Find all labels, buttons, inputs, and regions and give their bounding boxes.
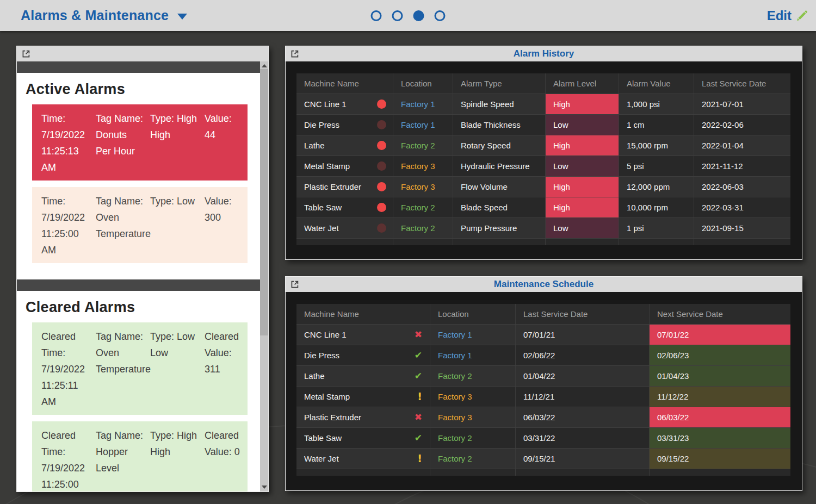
alarm-type-cell: Pump Pressure xyxy=(453,218,545,238)
alarm-history-row[interactable]: Table SawFactory 2Blade SpeedHigh10,000 … xyxy=(296,197,790,217)
machine-name: CNC Line 1 xyxy=(304,325,347,345)
empty-cell xyxy=(430,469,515,476)
page-dot-1[interactable] xyxy=(371,10,382,21)
alarm-active-indicator-icon xyxy=(377,141,386,150)
page-dot-4[interactable] xyxy=(435,10,446,21)
alarm-history-row[interactable]: CNC Line 1Factory 1Spindle SpeedHigh1,00… xyxy=(296,94,790,114)
column-header: Last Service Date xyxy=(694,73,790,94)
column-header: Machine Name xyxy=(296,73,393,94)
empty-cell xyxy=(393,239,453,245)
maintenance-row[interactable]: CNC Line 1✖Factory 107/01/2107/01/22 xyxy=(296,324,790,345)
last-service-date-cell: 01/04/22 xyxy=(515,366,649,386)
empty-cell xyxy=(296,469,430,476)
maintenance-schedule-title: Maintenance Schedule xyxy=(494,279,594,290)
active-alarms-heading: Active Alarms xyxy=(26,81,260,98)
next-service-date-cell: 09/15/22 xyxy=(649,449,790,469)
alarm-inactive-indicator-icon xyxy=(377,120,386,129)
alarm-value-cell: 10,000 rpm xyxy=(619,197,694,217)
empty-cell xyxy=(694,239,790,245)
alarm-field: Cleared Value: 0 xyxy=(205,427,245,491)
last-service-date-cell: 2022-02-06 xyxy=(694,115,790,135)
machine-name: Water Jet xyxy=(304,218,339,238)
maintenance-row[interactable]: Lathe✔Factory 201/04/2201/04/23 xyxy=(296,365,790,386)
alarm-field: Type: High High xyxy=(150,427,205,491)
open-in-window-icon[interactable] xyxy=(289,279,300,290)
alarm-history-titlebar: Alarm History xyxy=(286,46,802,61)
last-service-date-cell: 2022-01-04 xyxy=(694,135,790,155)
machine-name: Lathe xyxy=(304,366,325,386)
warning-icon: ! xyxy=(417,387,423,407)
machine-name-cell: CNC Line 1 xyxy=(296,94,393,114)
maintenance-row[interactable]: Table Saw✔Factory 203/31/2203/31/23 xyxy=(296,427,790,448)
machine-name: Water Jet xyxy=(304,449,339,469)
alarm-value-cell: 1 cm xyxy=(619,115,694,135)
location-cell: Factory 3 xyxy=(393,156,453,176)
open-in-window-icon[interactable] xyxy=(289,48,300,59)
vertical-scrollbar[interactable] xyxy=(260,61,268,491)
maintenance-schedule-titlebar: Maintenance Schedule xyxy=(286,277,802,292)
check-icon: ✔ xyxy=(415,366,423,386)
machine-name: Plastic Extruder xyxy=(304,177,361,197)
alarm-history-row[interactable]: Water JetFactory 2Pump PressureLow1 psi2… xyxy=(296,217,790,238)
alarm-value-cell: 1 psi xyxy=(619,218,694,238)
alarm-history-row[interactable]: LatheFactory 2Rotary SpeedHigh15,000 rpm… xyxy=(296,135,790,155)
page-dot-2[interactable] xyxy=(392,10,403,21)
alarms-widget-titlebar xyxy=(17,46,268,61)
alarm-history-row[interactable]: Die PressFactory 1Blade ThicknessLow1 cm… xyxy=(296,114,790,135)
cross-icon: ✖ xyxy=(415,407,423,427)
machine-name-cell: Lathe xyxy=(296,135,393,155)
alarm-field: Tag Name: Oven Temperature xyxy=(96,328,150,410)
active-alarm-card: Time: 7/19/2022 11:25:13 AMTag Name: Don… xyxy=(32,104,248,181)
alarm-active-indicator-icon xyxy=(377,182,386,191)
machine-name-cell: Die Press✔ xyxy=(296,345,430,365)
scroll-up-arrow-icon[interactable] xyxy=(262,64,267,67)
location-cell: Factory 2 xyxy=(430,366,515,386)
scroll-down-arrow-icon[interactable] xyxy=(262,486,267,489)
alarm-level-cell: High xyxy=(545,177,619,197)
maintenance-row[interactable]: Metal Stamp!Factory 311/12/2111/12/22 xyxy=(296,386,790,407)
location-cell: Factory 3 xyxy=(393,177,453,197)
alarm-history-row[interactable]: Plastic ExtruderFactory 3Flow VolumeHigh… xyxy=(296,176,790,197)
last-service-date-cell: 06/03/22 xyxy=(515,407,649,427)
warning-icon: ! xyxy=(417,449,423,469)
column-header: Next Service Date xyxy=(649,304,790,324)
last-service-date-cell: 2021-09-15 xyxy=(694,218,790,238)
maintenance-row[interactable]: Die Press✔Factory 102/06/2202/06/23 xyxy=(296,345,790,365)
machine-name-cell: CNC Line 1✖ xyxy=(296,325,430,345)
location-cell: Factory 2 xyxy=(430,428,515,448)
alarm-field: Cleared Time: 7/19/2022 11:25:11 AM xyxy=(41,328,96,410)
alarm-inactive-indicator-icon xyxy=(377,223,386,233)
alarm-field: Time: 7/19/2022 11:25:13 AM xyxy=(41,110,96,176)
machine-name: Lathe xyxy=(304,135,325,155)
empty-cell xyxy=(619,239,694,245)
next-service-date-cell: 01/04/23 xyxy=(649,366,790,386)
maintenance-row[interactable]: Water Jet!Factory 209/15/2109/15/22 xyxy=(296,448,790,469)
edit-button-label: Edit xyxy=(767,8,792,23)
column-header: Alarm Value xyxy=(619,73,694,94)
scrollbar-thumb[interactable] xyxy=(260,69,268,335)
next-service-date-cell: 02/06/23 xyxy=(649,345,790,365)
page-dot-3[interactable] xyxy=(413,10,424,21)
next-service-date-cell: 07/01/22 xyxy=(649,325,790,345)
dashboard-selector[interactable]: Alarms & Maintenance xyxy=(21,0,187,31)
alarm-inactive-indicator-icon xyxy=(377,161,386,171)
next-service-date-cell: 06/03/22 xyxy=(649,407,790,427)
next-service-date-cell: 11/12/22 xyxy=(649,387,790,407)
edit-button[interactable]: Edit xyxy=(767,0,808,31)
machine-name-cell: Plastic Extruder xyxy=(296,177,393,197)
location-cell: Factory 3 xyxy=(430,387,515,407)
column-header: Location xyxy=(393,73,453,94)
table-header-row: Machine NameLocationLast Service DateNex… xyxy=(296,304,790,324)
maintenance-row[interactable]: Plastic Extruder✖Factory 306/03/2206/03/… xyxy=(296,407,790,427)
alarm-active-indicator-icon xyxy=(377,203,386,212)
alarm-history-row[interactable]: Metal StampFactory 3Hydraulic PressureLo… xyxy=(296,155,790,176)
alarm-level-cell: Low xyxy=(545,115,619,135)
alarm-field: Tag Name: Oven Temperature xyxy=(96,193,150,258)
page-title: Alarms & Maintenance xyxy=(21,8,169,23)
open-in-window-icon[interactable] xyxy=(21,48,32,59)
alarm-field: Value: 300 xyxy=(205,193,245,258)
alarm-type-cell: Blade Thickness xyxy=(453,115,545,135)
empty-cell xyxy=(649,469,790,476)
last-service-date-cell: 2022-03-31 xyxy=(694,197,790,217)
alarm-value-cell: 12,000 ppm xyxy=(619,177,694,197)
